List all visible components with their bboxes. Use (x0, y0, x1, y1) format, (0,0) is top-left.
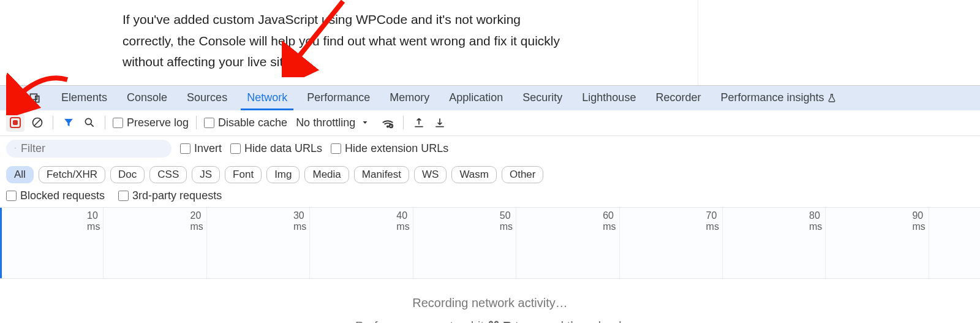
reload-shortcut: ⌘ R (488, 319, 512, 323)
type-pill-media[interactable]: Media (304, 166, 349, 183)
device-toolbar-icon[interactable] (26, 89, 44, 107)
filter-input[interactable] (21, 142, 163, 155)
type-pill-ws[interactable]: WS (414, 166, 447, 183)
filter-toggle-icon[interactable] (61, 115, 77, 131)
tab-console[interactable]: Console (117, 86, 177, 110)
invert-label: Invert (194, 142, 222, 155)
tab-application[interactable]: Application (439, 86, 513, 110)
timeline-tick-label: 70 ms (706, 210, 719, 232)
invert-input[interactable] (180, 143, 190, 154)
tab-lighthouse[interactable]: Lighthouse (572, 86, 646, 110)
hide-data-input[interactable] (230, 143, 241, 154)
svg-point-7 (387, 126, 388, 127)
chevron-down-icon (361, 119, 369, 126)
separator (196, 116, 197, 129)
search-icon[interactable] (81, 115, 97, 131)
timeline-tick-label: 50 ms (500, 210, 513, 232)
svg-line-6 (91, 124, 94, 127)
timeline-tick: 90 ms (929, 208, 929, 278)
preserve-log-checkbox[interactable]: Preserve log (113, 116, 189, 129)
article-paragraph: If you've added custom JavaScript using … (0, 0, 698, 85)
timeline-tick: 30 ms (309, 208, 310, 278)
upload-har-icon[interactable] (411, 115, 427, 131)
type-pill-img[interactable]: Img (266, 166, 300, 183)
inspect-element-icon[interactable] (4, 89, 22, 107)
svg-rect-1 (31, 94, 37, 99)
third-party-input[interactable] (118, 191, 129, 201)
article-text: If you've added custom JavaScript using … (123, 12, 560, 69)
record-button[interactable] (6, 113, 24, 132)
hide-data-label: Hide data URLs (244, 142, 322, 155)
type-pill-font[interactable]: Font (225, 166, 262, 183)
preserve-log-label: Preserve log (127, 116, 189, 129)
tab-performance-insights[interactable]: Performance insights (710, 86, 846, 110)
disable-cache-input[interactable] (204, 118, 214, 128)
record-icon (10, 117, 21, 128)
network-toolbar: Preserve log Disable cache No throttling (0, 110, 980, 136)
flask-icon (827, 93, 837, 103)
timeline-tick-label: 30 ms (293, 210, 306, 232)
timeline-cursor (0, 208, 2, 278)
type-pill-fetchxhr[interactable]: Fetch/XHR (39, 166, 105, 183)
blocked-label: Blocked requests (20, 189, 105, 202)
tab-memory[interactable]: Memory (380, 86, 439, 110)
disable-cache-label: Disable cache (218, 116, 287, 129)
invert-checkbox[interactable]: Invert (180, 142, 222, 155)
blocked-requests-checkbox[interactable]: Blocked requests (6, 189, 105, 202)
filter-bar-row2: Blocked requests 3rd-party requests (0, 187, 980, 208)
hide-extension-urls-checkbox[interactable]: Hide extension URLs (331, 142, 448, 155)
svg-line-4 (34, 120, 40, 126)
third-party-checkbox[interactable]: 3rd-party requests (118, 189, 222, 202)
type-pill-css[interactable]: CSS (149, 166, 187, 183)
timeline-tick-label: 60 ms (603, 210, 616, 232)
empty-line1: Recording network activity… (0, 296, 980, 310)
disable-cache-checkbox[interactable]: Disable cache (204, 116, 287, 129)
timeline-tick: 60 ms (619, 208, 620, 278)
tabs-container: ElementsConsoleSourcesNetworkPerformance… (51, 86, 846, 110)
hide-ext-label: Hide extension URLs (345, 142, 448, 155)
clear-icon[interactable] (29, 115, 45, 131)
timeline-overview[interactable]: 10 ms20 ms30 ms40 ms50 ms60 ms70 ms80 ms… (0, 208, 980, 279)
hide-data-urls-checkbox[interactable]: Hide data URLs (230, 142, 322, 155)
type-filter-pills: AllFetch/XHRDocCSSJSFontImgMediaManifest… (6, 166, 543, 183)
timeline-tick-label: 90 ms (912, 210, 925, 232)
tab-recorder[interactable]: Recorder (646, 86, 710, 110)
timeline-tick: 70 ms (722, 208, 723, 278)
devtools-tabstrip: ElementsConsoleSourcesNetworkPerformance… (0, 86, 980, 110)
hide-ext-input[interactable] (331, 143, 341, 154)
separator (53, 116, 53, 129)
empty-line2-prefix: Perform a request or hit (355, 319, 488, 323)
timeline-tick-label: 80 ms (809, 210, 822, 232)
timeline-tick: 40 ms (413, 208, 413, 278)
third-party-label: 3rd-party requests (132, 189, 222, 202)
empty-state: Recording network activity… Perform a re… (0, 279, 980, 323)
tab-security[interactable]: Security (513, 86, 572, 110)
timeline-tick-label: 20 ms (190, 210, 203, 232)
type-pill-manifest[interactable]: Manifest (354, 166, 409, 183)
type-pill-wasm[interactable]: Wasm (451, 166, 497, 183)
separator (403, 116, 404, 129)
throttling-dropdown[interactable]: No throttling (292, 116, 375, 129)
timeline-tick-label: 10 ms (87, 210, 100, 232)
tab-performance[interactable]: Performance (297, 86, 380, 110)
timeline-tick: 50 ms (516, 208, 516, 278)
preserve-log-input[interactable] (113, 118, 123, 128)
blocked-input[interactable] (6, 191, 17, 201)
tab-network[interactable]: Network (237, 86, 297, 110)
tab-elements[interactable]: Elements (51, 86, 117, 110)
timeline-tick: 10 ms (103, 208, 104, 278)
separator (105, 116, 105, 129)
timeline-tick-label: 40 ms (396, 210, 409, 232)
filter-input-wrap[interactable] (6, 140, 172, 158)
type-pill-doc[interactable]: Doc (110, 166, 145, 183)
timeline-tick: 20 ms (206, 208, 207, 278)
type-pill-all[interactable]: All (6, 166, 34, 183)
svg-point-5 (85, 119, 91, 125)
funnel-icon (15, 143, 16, 153)
network-conditions-icon[interactable] (380, 115, 396, 131)
type-pill-other[interactable]: Other (502, 166, 544, 183)
download-har-icon[interactable] (432, 115, 448, 131)
empty-line2: Perform a request or hit ⌘ R to record t… (0, 319, 980, 323)
tab-sources[interactable]: Sources (177, 86, 237, 110)
type-pill-js[interactable]: JS (192, 166, 220, 183)
